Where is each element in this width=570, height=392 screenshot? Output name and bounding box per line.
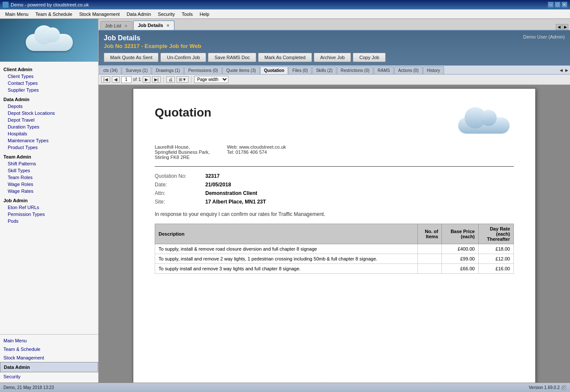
sub-tab-quote-items[interactable]: Quote Items (3) [222,66,260,74]
nav-data-admin[interactable]: Data Admin [0,362,98,372]
sidebar-item-maintenance-types[interactable]: Maintenance Types [0,137,98,144]
save-rams-doc-button[interactable]: Save RAMS Doc [208,53,256,62]
last-page-button[interactable]: ▶| [152,76,161,83]
content-area: Job List ✕ Job Details ✕ ◀ ▶ Job Details… [99,19,570,383]
sidebar-item-pods[interactable]: Pods [0,218,98,224]
nav-team-schedule[interactable]: Team & Schedule [0,345,98,353]
col-header-no-items: No. ofItems [418,224,442,244]
sidebar-item-team-roles[interactable]: Team Roles [0,174,98,181]
job-subtitle: Job No 32317 - Example Job for Web [104,43,565,49]
doc-area[interactable]: Quotation Laurelhill House, Springfield … [99,85,570,383]
sidebar-item-depots[interactable]: Depots [0,103,98,110]
sidebar-item-permission-types[interactable]: Permission Types [0,211,98,218]
row3-base-price: £66.00 [442,264,478,274]
close-button[interactable]: ✕ [561,2,567,8]
sub-tab-surveys[interactable]: Surveys (1) [122,66,151,74]
sidebar-item-duration-types[interactable]: Duration Types [0,123,98,130]
sub-tab-rams[interactable]: RAMS [374,66,394,74]
row2-base-price: £99.00 [442,254,478,264]
sidebar-item-product-types[interactable]: Product Types [0,144,98,151]
tab-nav-prev[interactable]: ◀ [556,24,562,30]
archive-job-button[interactable]: Archive Job [314,53,351,62]
section-team-admin: Team Admin [0,153,98,160]
minimize-button[interactable]: ─ [548,2,554,8]
copy-job-button[interactable]: Copy Job [353,53,385,62]
logo-area [0,19,98,62]
sub-tab-quotation[interactable]: Quotation [260,66,288,74]
print-button[interactable]: 🖨 [166,76,175,83]
export-button[interactable]: ⊞▼ [177,76,189,83]
resize-handle[interactable] [561,385,567,390]
sidebar-item-shift-patterns[interactable]: Shift Patterns [0,160,98,167]
sub-tab-files[interactable]: Files (0) [288,66,312,74]
sidebar-nav: Main Menu Team & Schedule Stock Manageme… [0,334,98,383]
menu-help[interactable]: Help [196,11,213,18]
sidebar-item-depot-travel[interactable]: Depot Travel [0,117,98,123]
sidebar-item-client-types[interactable]: Client Types [0,73,98,80]
sidebar-item-skill-types[interactable]: Skill Types [0,167,98,174]
tab-nav: ◀ ▶ [556,24,568,30]
menu-bar: Main Menu Team & Schedule Stock Manageme… [0,9,570,19]
first-page-button[interactable]: |◀ [101,76,110,83]
sidebar-item-wage-roles[interactable]: Wage Roles [0,181,98,188]
nav-security[interactable]: Security [0,372,98,381]
sub-tab-actions[interactable]: Actions (0) [394,66,423,74]
page-input[interactable] [121,76,132,83]
mark-quote-as-sent-button[interactable]: Mark Quote As Sent [104,53,159,62]
sub-tab-permissions[interactable]: Permissions (0) [184,66,222,74]
doc-title: Quotation [155,106,211,120]
action-buttons: Mark Quote As Sent Un-Confirm Job Save R… [104,53,565,62]
doc-divider [155,166,514,167]
page-width-select[interactable]: Page width Whole page 50% 75% 100% [194,76,228,83]
tab-nav-next[interactable]: ▶ [562,24,568,30]
logo-cloud-shape [26,34,73,51]
sub-tabs: cts (34) Surveys (1) Drawings (1) Permis… [99,66,570,75]
menu-stock-management[interactable]: Stock Management [76,11,123,18]
menu-main-menu[interactable]: Main Menu [2,11,32,18]
job-title: Job Details [104,34,140,42]
sub-tab-cts[interactable]: cts (34) [99,66,121,74]
next-page-button[interactable]: ▶ [143,76,150,83]
menu-data-admin[interactable]: Data Admin [123,11,154,18]
prev-page-button[interactable]: ◀ [112,76,120,83]
sub-tab-nav-next[interactable]: ▶ [564,68,569,73]
sub-tab-skills[interactable]: Skills (2) [312,66,336,74]
sub-tab-restrictions[interactable]: Restrictions (0) [337,66,373,74]
maximize-button[interactable]: □ [555,2,561,8]
logo [24,27,75,53]
nav-main-menu[interactable]: Main Menu [0,336,98,345]
menu-team-schedule[interactable]: Team & Schedule [32,11,75,18]
col-header-base-price: Base Price(each) [442,224,478,244]
main-layout: Client Admin Client Types Contact Types … [0,19,570,383]
version-label: Version 1.69.0.2 [529,385,560,390]
status-right: Version 1.69.0.2 [529,385,567,390]
status-left: Demo, 21 May 2018 13:23 [3,385,54,390]
sidebar-item-hospitals[interactable]: Hospitals [0,130,98,137]
row3-no-items [418,264,442,274]
doc-info-table: Quotation No: 32317 Date: 21/05/2018 Att… [155,173,514,205]
doc-info-row-site: Site: 17 Albert Place, MN1 23T [155,199,514,205]
sub-tab-drawings[interactable]: Drawings (1) [152,66,184,74]
col-header-description: Description [155,224,418,244]
row1-description: To supply, install & remove road closure… [155,244,418,254]
sidebar-item-wage-rates[interactable]: Wage Rates [0,188,98,195]
sidebar-item-supplier-types[interactable]: Supplier Types [0,87,98,93]
menu-security[interactable]: Security [154,11,178,18]
tab-job-details-close[interactable]: ✕ [166,24,170,28]
tab-job-list-close[interactable]: ✕ [124,24,128,28]
sidebar-item-depot-stock-locations[interactable]: Depot Stock Locations [0,110,98,117]
nav-stock-management[interactable]: Stock Management [0,353,98,362]
table-row: To supply, install and remove 2 way ligh… [155,254,514,264]
sidebar-item-contact-types[interactable]: Contact Types [0,80,98,87]
menu-tools[interactable]: Tools [178,11,196,18]
un-confirm-job-button[interactable]: Un-Confirm Job [160,53,206,62]
tab-job-details[interactable]: Job Details ✕ [133,21,174,30]
tab-job-list[interactable]: Job List ✕ [100,21,132,30]
doc-page: Quotation Laurelhill House, Springfield … [133,88,536,383]
doc-address: Laurelhill House, Springfield Business P… [155,144,210,160]
sub-tab-nav-prev[interactable]: ◀ [558,68,564,73]
sub-tab-history[interactable]: History [423,66,444,74]
mark-as-completed-button[interactable]: Mark As Completed [258,53,312,62]
doc-contact: Web: www.cloudstreet.co.uk Tel: 01786 40… [227,144,286,160]
sidebar-item-eton-ref-urls[interactable]: Eton Ref URLs [0,204,98,211]
